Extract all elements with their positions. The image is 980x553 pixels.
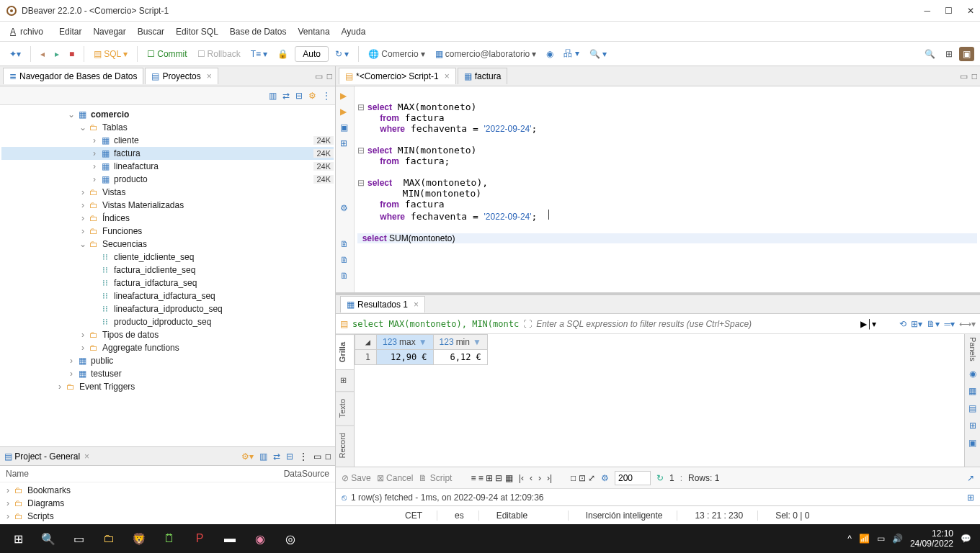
tree-vistas-mat[interactable]: Vistas Materializadas (102, 200, 334, 210)
perspective-button[interactable]: ⊞ (942, 47, 956, 61)
menu-ventana[interactable]: Ventana (294, 24, 334, 39)
row-header[interactable]: ◢ (355, 335, 377, 350)
res-tool-5[interactable]: ⟷▾ (959, 319, 976, 329)
tree-db-comercio[interactable]: comercio (91, 109, 334, 120)
col-min[interactable]: 123min▼ (433, 335, 487, 350)
cell-min[interactable]: 6,12 € (433, 350, 487, 365)
panel-ic-5[interactable]: ▣ (968, 438, 976, 448)
task-view[interactable]: ▭ (63, 524, 94, 553)
tree-public[interactable]: public (91, 356, 334, 366)
panels-tab[interactable]: Panels (968, 337, 977, 361)
edit-btns[interactable]: ≡ ≡ ⊞ ⊟ ▦ (471, 473, 512, 483)
close-results-icon[interactable]: × (414, 300, 419, 310)
proj-scripts[interactable]: Scripts (27, 511, 332, 521)
refresh-button[interactable]: ↻ ▾ (331, 47, 352, 61)
global-search-button[interactable]: 🔍 (921, 47, 939, 61)
tray-wifi-icon[interactable]: 📶 (859, 534, 870, 544)
panel-ic-1[interactable]: ◉ (969, 369, 976, 379)
collapse-icon[interactable]: ⊟ (295, 91, 303, 101)
settings-icon[interactable]: ⚙ (308, 91, 316, 101)
datasource-selector[interactable]: ▦ comercio@laboratorio ▾ (432, 47, 540, 61)
plan-icon[interactable]: ⊞ (340, 138, 350, 148)
side-tab-record[interactable]: Record (336, 425, 354, 465)
tab-projects[interactable]: ▤Proyectos× (145, 68, 218, 84)
tool-left-arrow[interactable]: ◂ (37, 47, 48, 61)
tool-right-arrow[interactable]: ▸ (51, 47, 63, 61)
tab-db-navigator[interactable]: ≣Navegador de Bases de Datos (3, 68, 143, 84)
close-icon[interactable]: × (207, 71, 212, 81)
tree-table-factura[interactable]: factura (114, 148, 313, 158)
proj-collapse-icon[interactable]: ⊟ (286, 451, 293, 462)
gear-btn[interactable]: ⚙ (601, 473, 609, 483)
tray-up-icon[interactable]: ^ (847, 534, 852, 544)
tree-aggs[interactable]: Aggregate functions (102, 343, 334, 353)
panel-ic-2[interactable]: ▦ (968, 386, 976, 396)
page-size-input[interactable] (615, 471, 651, 485)
maximize-pane-icon[interactable]: □ (327, 71, 332, 81)
editor-max-icon[interactable]: □ (972, 71, 977, 81)
panel-ic-3[interactable]: ▤ (968, 403, 976, 413)
gear-icon[interactable]: ⚙ (340, 203, 350, 213)
tray-sound-icon[interactable]: 🔊 (892, 534, 903, 544)
tree-vistas[interactable]: Vistas (102, 187, 334, 197)
run-icon[interactable]: ▶ (340, 91, 350, 101)
tree-funciones[interactable]: Funciones (102, 226, 334, 236)
nav-next[interactable]: › (538, 473, 541, 483)
editor-min-icon[interactable]: ▭ (960, 71, 968, 81)
schema-button[interactable]: ◉ (543, 47, 557, 61)
close-project-icon[interactable]: × (84, 451, 89, 462)
panel-ic-4[interactable]: ⊞ (969, 421, 976, 431)
menu-editar[interactable]: Editar (55, 24, 86, 39)
explorer-icon[interactable]: 🗀 (94, 524, 124, 553)
tx-button[interactable]: T≡ ▾ (247, 47, 272, 61)
tree-tipos[interactable]: Tipos de datos (102, 330, 334, 340)
run-script-icon[interactable]: ▶ (340, 107, 350, 117)
refresh-results[interactable]: ↻ (656, 473, 664, 483)
nav-tools[interactable]: □ ⊡ ⤢ (571, 473, 595, 483)
filter-input[interactable] (536, 319, 856, 329)
res-tool-4[interactable]: ═▾ (944, 319, 955, 329)
dbeaver-taskbar-icon[interactable]: ◎ (275, 524, 306, 553)
tree-seq-0[interactable]: cliente_idcliente_seq (114, 252, 334, 262)
windows-taskbar[interactable]: ⊞ 🔍 ▭ 🗀 🦁 🗒 P ▬ ◉ ◎ ^ 📶 ▭ 🔊 12:10 24/09/… (0, 524, 980, 553)
expand-icon[interactable]: ⛶ (523, 319, 532, 329)
start-button[interactable]: ⊞ (3, 524, 33, 553)
tray-battery-icon[interactable]: ▭ (877, 534, 885, 544)
db-tree[interactable]: ⌄▦comercio ⌄🗀Tablas ›▦cliente24K ›▦factu… (0, 105, 335, 446)
menu-archivo[interactable]: Archivo (6, 24, 52, 39)
res-tool-1[interactable]: ⟲ (899, 319, 906, 329)
proj-gear-icon[interactable]: ⚙▾ (241, 451, 254, 462)
new-connection-button[interactable]: ✦▾ (6, 47, 24, 61)
proj-min-icon[interactable]: ▭ (313, 451, 321, 462)
proj-filter-icon[interactable]: ▥ (259, 451, 267, 462)
col-max[interactable]: 123max▼ (377, 335, 434, 350)
cell-max[interactable]: 12,90 € (377, 350, 434, 365)
status-export-icon[interactable]: ⊞ (967, 493, 974, 503)
filter-icon[interactable]: ▥ (269, 91, 277, 101)
menu-ayuda[interactable]: Ayuda (337, 24, 370, 39)
tab-results[interactable]: ▦Resultados 1× (340, 296, 425, 313)
menu-navegar[interactable]: Navegar (89, 24, 130, 39)
side-tab-texto[interactable]: Texto (336, 391, 354, 425)
tab-factura[interactable]: ▦factura (458, 68, 508, 84)
notepad-icon[interactable]: 🗒 (154, 524, 184, 553)
tree-indices[interactable]: Índices (102, 213, 334, 223)
tree-seq-5[interactable]: producto_idproducto_seq (114, 317, 334, 327)
row-1[interactable]: 1 (355, 350, 377, 365)
brave-icon[interactable]: 🦁 (124, 524, 154, 553)
commit-button[interactable]: ☐ Commit (143, 47, 190, 61)
doc3-icon[interactable]: 🗎 (340, 271, 350, 281)
tree-seq-4[interactable]: lineafactura_idproducto_seq (114, 304, 334, 314)
tree-seq-1[interactable]: factura_idcliente_seq (114, 265, 334, 275)
lock-button[interactable]: 🔒 (274, 47, 292, 61)
tab-script[interactable]: ▤*<Comercio> Script-1× (339, 68, 456, 84)
link-button[interactable]: 品 ▾ (560, 45, 582, 62)
tree-table-lineafactura[interactable]: lineafactura (114, 161, 313, 171)
side-tab-grid2[interactable]: ⊞ (336, 369, 354, 391)
menu-buscar[interactable]: Buscar (133, 24, 169, 39)
menu-editor-sql[interactable]: Editor SQL (172, 24, 223, 39)
tree-seq-3[interactable]: lineafactura_idfactura_seq (114, 291, 334, 301)
cancel-btn[interactable]: ⊠ Cancel (377, 473, 414, 483)
save-btn[interactable]: ⊘ Save (342, 473, 371, 483)
minimize-pane-icon[interactable]: ▭ (315, 71, 323, 81)
